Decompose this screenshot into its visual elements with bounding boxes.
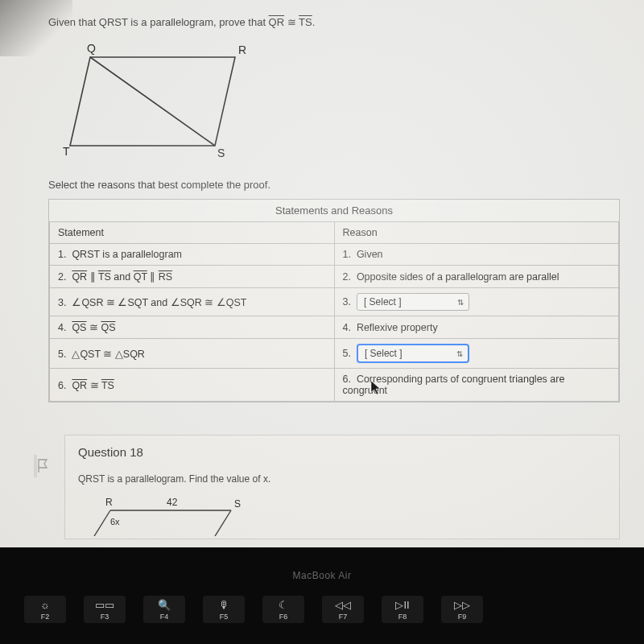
svg-text:6x: 6x xyxy=(110,517,120,526)
svg-text:R: R xyxy=(238,43,246,56)
key-f7: ◁◁F7 xyxy=(322,596,364,623)
parallelogram-figure-small: R 42 S 6x xyxy=(86,496,606,539)
table-row: 3. ∠QSR ≅ ∠SQT and ∠SQR ≅ ∠QST 3. [ Sele… xyxy=(50,288,619,316)
svg-line-1 xyxy=(90,57,215,146)
svg-line-8 xyxy=(215,510,231,536)
svg-text:42: 42 xyxy=(167,497,178,508)
question-subprompt: QRST is a parallelogram. Find the value … xyxy=(78,473,606,485)
key-f9: ▷▷F9 xyxy=(441,596,483,623)
reason-select-5[interactable]: [ Select ] ⇅ xyxy=(357,344,469,363)
table-row: 6. QR ≅ TS 6. Corresponding parts of con… xyxy=(50,369,619,402)
svg-line-7 xyxy=(94,510,110,536)
key-f5: 🎙F5 xyxy=(203,596,245,623)
table-row: 4. QS ≅ QS 4. Reflexive property xyxy=(50,316,619,339)
question-title: Question 18 xyxy=(78,445,606,459)
chevron-down-icon: ⇅ xyxy=(456,349,463,358)
table-row: 1. QRST is a parallelogram 1. Given xyxy=(50,244,619,266)
key-f6: ☾F6 xyxy=(262,596,304,623)
table-row: 2. QR ∥ TS and QT ∥ RS 2. Opposite sides… xyxy=(50,266,619,288)
header-reason: Reason xyxy=(334,222,619,244)
laptop-brand-label: MacBook Air xyxy=(0,547,644,581)
segment-ts: TS xyxy=(299,16,312,28)
svg-text:S: S xyxy=(217,147,225,159)
parallelogram-figure: Q R T S xyxy=(58,41,620,164)
key-f3: ▭▭F3 xyxy=(84,596,126,623)
mouse-cursor-icon xyxy=(370,380,383,396)
reason-select-3[interactable]: [ Select ] ⇅ xyxy=(357,293,469,311)
key-f2: ☼F2 xyxy=(24,596,66,623)
table-row: 5. △QST ≅ △SQR 5. [ Select ] ⇅ xyxy=(50,339,619,369)
problem-prompt: Given that QRST is a parallelogram, prov… xyxy=(48,16,620,28)
svg-text:S: S xyxy=(234,498,241,510)
key-f8: ▷IIF8 xyxy=(382,596,423,623)
segment-qr: QR xyxy=(269,16,285,28)
table-title: Statements and Reasons xyxy=(49,200,619,221)
laptop-chrome: MacBook Air ☼F2 ▭▭F3 🔍F4 🎙F5 ☾F6 ◁◁F7 ▷I… xyxy=(0,547,644,644)
svg-text:Q: Q xyxy=(87,42,96,55)
svg-text:R: R xyxy=(105,497,113,508)
question-flag-icon[interactable] xyxy=(34,455,48,477)
proof-table: Statements and Reasons Statement Reason … xyxy=(48,199,620,402)
proof-instruction: Select the reasons that best complete th… xyxy=(48,179,620,191)
chevron-down-icon: ⇅ xyxy=(457,298,464,307)
question-18-panel: Question 18 QRST is a parallelogram. Fin… xyxy=(64,435,620,539)
svg-text:T: T xyxy=(63,145,70,158)
key-f4: 🔍F4 xyxy=(143,596,185,623)
header-statement: Statement xyxy=(50,222,335,244)
